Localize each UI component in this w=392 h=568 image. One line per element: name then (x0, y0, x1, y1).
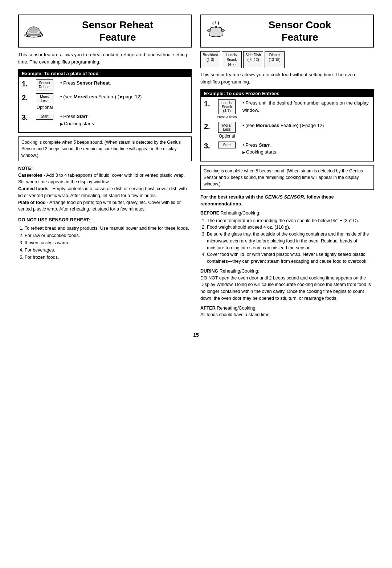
reheat-step-3: 3. Start • Press Start.Cooking starts. (22, 113, 188, 127)
reheat-title: Sensor Reheat Feature (49, 19, 187, 43)
reheat-example-header: Example: To reheat a plate of food (19, 70, 191, 77)
optional-label-left: Optional (37, 105, 53, 110)
reheat-step-1: 1. SensorReheat • Press Sensor Reheat. (22, 79, 188, 90)
do-not-section: DO NOT USE SENSOR REHEAT: To reheat brea… (18, 216, 192, 261)
svg-point-5 (215, 26, 217, 28)
cook-example-box: Example: To cook Frozen Entrées 1. Lunch… (200, 89, 374, 162)
lunch-snack-btn: Lunch/Snack(4-7) (222, 51, 242, 68)
list-item: Food weight should exceed 4 oz. (110 g). (207, 224, 374, 231)
before-list: The room temperature surrounding the ove… (200, 217, 374, 265)
reheat-header: Sensor Reheat Feature (18, 15, 192, 48)
cook-example-content: 1. Lunch/Snack(4-7) Press 3 times • Pres… (201, 97, 373, 161)
reheat-example-box: Example: To reheat a plate of food 1. Se… (18, 69, 192, 133)
cook-example-header: Example: To cook Frozen Entrées (201, 90, 373, 97)
start-btn-right: Start (218, 142, 236, 148)
reheat-icon (23, 20, 45, 42)
right-column: Sensor Cook Feature Breakfast(1-3) Lunch… (200, 15, 374, 321)
list-item: To reheat bread and pastry products. Use… (25, 225, 192, 232)
cook-title: Sensor Cook Feature (231, 19, 369, 43)
list-item: Cover food with lid, or with vented plas… (207, 251, 374, 265)
list-item: Be sure the glass tray, the outside of t… (207, 231, 374, 251)
cook-intro: This sensor feature allows you to cook f… (200, 71, 374, 85)
more-less-btn-left: More/Less (36, 93, 53, 104)
before-section: BEFORE Reheating/Cooking: The room tempe… (200, 210, 374, 265)
cook-step-3: 3. Start • Press Start.Cooking starts. (204, 142, 370, 156)
list-item: If oven cavity is warm. (25, 239, 192, 246)
category-buttons: Breakfast(1-3) Lunch/Snack(4-7) Side Dis… (200, 51, 374, 68)
list-item: For raw or uncooked foods. (25, 232, 192, 239)
page-number: 15 (18, 332, 374, 338)
svg-rect-6 (208, 29, 211, 32)
after-text: All foods should have a stand time. (200, 311, 374, 318)
during-section: DURING Reheating/Cooking: DO NOT open th… (200, 268, 374, 302)
reheat-cooking-complete: Cooking is complete when 5 beeps sound. … (18, 136, 192, 161)
side-dish-btn: Side Dish( 8 -12) (243, 51, 263, 68)
cook-step-1: 1. Lunch/Snack(4-7) Press 3 times • Pres… (204, 99, 370, 119)
svg-rect-3 (28, 34, 40, 36)
list-item: The room temperature surrounding the ove… (207, 217, 374, 224)
reheat-notes: NOTE: Casseroles - Add 3 to 4 tablespoon… (18, 165, 192, 213)
reheat-step-2: 2. More/Less Optional • (see More/Less F… (22, 93, 188, 110)
reheat-intro: This sensor feature allows you to reheat… (18, 51, 192, 65)
best-results-section: For the best results with the GENIUS SEN… (200, 193, 374, 318)
list-item: For beverages. (25, 246, 192, 254)
list-item: For frozen foods. (25, 254, 192, 261)
after-section: AFTER Reheating/Cooking: All foods shoul… (200, 305, 374, 319)
dinner-btn: Dinner(13-15) (265, 51, 285, 68)
do-not-list: To reheat bread and pastry products. Use… (18, 225, 192, 261)
svg-rect-7 (221, 29, 224, 32)
cook-cooking-complete: Cooking is complete when 5 beeps sound. … (200, 165, 374, 190)
sensor-reheat-btn: SensorReheat (36, 79, 53, 90)
optional-label-right: Optional (219, 134, 235, 139)
best-results-title: For the best results with the GENIUS SEN… (200, 193, 374, 208)
cook-header: Sensor Cook Feature (200, 15, 374, 48)
cook-step-2: 2. More/Less Optional • (see More/Less F… (204, 122, 370, 139)
during-text: DO NOT open the oven door until 2 beeps … (200, 275, 374, 302)
cook-icon (205, 20, 227, 42)
reheat-example-content: 1. SensorReheat • Press Sensor Reheat. 2… (19, 77, 191, 132)
start-btn-left: Start (36, 113, 53, 120)
page-content: Sensor Reheat Feature This sensor featur… (18, 15, 374, 321)
left-column: Sensor Reheat Feature This sensor featur… (18, 15, 192, 321)
breakfast-btn: Breakfast(1-3) (200, 51, 220, 68)
more-less-btn-right: More/Less (218, 122, 236, 133)
lunch-snack-step-btn: Lunch/Snack(4-7) (218, 99, 236, 114)
